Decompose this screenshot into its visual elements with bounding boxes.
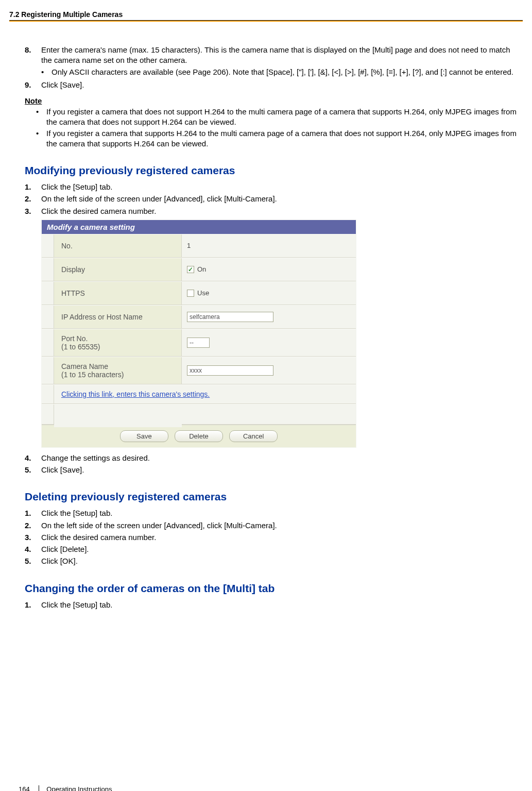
step-text: Click the [Setup] tab. bbox=[41, 508, 518, 518]
panel-title: Modify a camera setting bbox=[42, 220, 356, 234]
label-display: Display bbox=[54, 258, 182, 281]
row-indent bbox=[42, 357, 54, 384]
checkbox-display[interactable]: ✓ bbox=[187, 266, 194, 273]
step-text: Click [OK]. bbox=[41, 556, 518, 566]
step-text: Click the [Setup] tab. bbox=[41, 182, 518, 192]
step-8-bullet: • Only ASCII characters are available (s… bbox=[41, 67, 518, 77]
note-text: If you register a camera that does not s… bbox=[46, 107, 518, 128]
row-https: HTTPS Use bbox=[42, 281, 356, 305]
row-link: Clicking this link, enters this camera's… bbox=[42, 384, 356, 404]
step-9: 9. Click [Save]. bbox=[25, 80, 518, 90]
page-footer: 164 Operating Instructions bbox=[19, 785, 112, 791]
section-title-deleting: Deleting previously registered cameras bbox=[25, 491, 518, 503]
label-name-line1: Camera Name bbox=[61, 362, 176, 371]
save-button[interactable]: Save bbox=[120, 430, 168, 442]
input-ip[interactable] bbox=[187, 312, 273, 322]
delete-button[interactable]: Delete bbox=[175, 430, 223, 442]
bullet-dot-icon: • bbox=[36, 107, 40, 128]
step-number: 4. bbox=[25, 544, 36, 554]
panel-footer: Save Delete Cancel bbox=[42, 425, 356, 447]
note-heading: Note bbox=[25, 96, 518, 105]
row-indent bbox=[42, 329, 54, 356]
step-text: Click the [Setup] tab. bbox=[41, 600, 518, 610]
step-text: Enter the camera's name (max. 15 charact… bbox=[41, 45, 510, 64]
delete-steps: 1.Click the [Setup] tab. 2.On the left s… bbox=[25, 508, 518, 566]
step-number: 2. bbox=[25, 520, 36, 531]
step-text: Click [Delete]. bbox=[41, 544, 518, 554]
row-display: Display ✓ On bbox=[42, 258, 356, 281]
bullet-dot-icon: • bbox=[41, 67, 46, 77]
step-text: Click [Save]. bbox=[41, 465, 518, 475]
label-https: HTTPS bbox=[54, 282, 182, 305]
label-port-line1: Port No. bbox=[61, 334, 176, 343]
page-header-text: 7.2 Registering Multiple Cameras bbox=[9, 10, 523, 19]
row-indent bbox=[42, 306, 54, 328]
row-indent bbox=[42, 234, 54, 257]
input-port[interactable] bbox=[187, 338, 210, 348]
steps-continued: 8. Enter the camera's name (max. 15 char… bbox=[25, 45, 518, 90]
row-spacer bbox=[42, 404, 356, 425]
step-number: 5. bbox=[25, 556, 36, 566]
input-camera-name[interactable] bbox=[187, 365, 273, 376]
cancel-button[interactable]: Cancel bbox=[229, 430, 278, 442]
value-no: 1 bbox=[182, 234, 356, 257]
row-indent bbox=[42, 385, 54, 403]
section-title-modify: Modifying previously registered cameras bbox=[25, 164, 518, 177]
step-number: 3. bbox=[25, 532, 36, 543]
page-number: 164 bbox=[19, 785, 30, 791]
checkbox-label-use: Use bbox=[197, 289, 209, 297]
label-port-line2: (1 to 65535) bbox=[61, 343, 176, 351]
checkbox-label-on: On bbox=[197, 265, 206, 273]
step-number: 5. bbox=[25, 465, 36, 475]
step-text: On the left side of the screen under [Ad… bbox=[41, 520, 518, 531]
step-text: Click the desired camera number. bbox=[41, 206, 518, 216]
step-number: 2. bbox=[25, 194, 36, 204]
note-item: • If you register a camera that does not… bbox=[36, 107, 518, 128]
checkbox-https[interactable] bbox=[187, 290, 194, 297]
settings-link[interactable]: Clicking this link, enters this camera's… bbox=[54, 385, 356, 403]
step-text: Change the settings as desired. bbox=[41, 453, 518, 463]
note-item: • If you register a camera that supports… bbox=[36, 128, 518, 149]
step-number: 4. bbox=[25, 453, 36, 463]
label-ip: IP Address or Host Name bbox=[54, 306, 182, 328]
step-number: 1. bbox=[25, 182, 36, 192]
changing-steps: 1.Click the [Setup] tab. bbox=[25, 600, 518, 610]
row-indent bbox=[42, 405, 54, 424]
step-number: 9. bbox=[25, 80, 36, 90]
screenshot-panel: Modify a camera setting No. 1 Display ✓ … bbox=[41, 220, 356, 448]
bullet-dot-icon: • bbox=[36, 128, 40, 149]
header-rule bbox=[9, 20, 523, 22]
note-list: • If you register a camera that does not… bbox=[36, 107, 518, 149]
step-text: On the left side of the screen under [Ad… bbox=[41, 194, 518, 204]
row-indent bbox=[42, 282, 54, 305]
row-camera-name: Camera Name (1 to 15 characters) bbox=[42, 357, 356, 384]
label-no: No. bbox=[54, 234, 182, 257]
step-8: 8. Enter the camera's name (max. 15 char… bbox=[25, 45, 518, 78]
step-number: 8. bbox=[25, 45, 36, 78]
step-number: 1. bbox=[25, 508, 36, 518]
modify-steps: 1.Click the [Setup] tab. 2.On the left s… bbox=[25, 182, 518, 216]
row-port: Port No. (1 to 65535) bbox=[42, 329, 356, 357]
note-text: If you register a camera that supports H… bbox=[46, 128, 518, 149]
row-no: No. 1 bbox=[42, 234, 356, 258]
modify-steps-after: 4.Change the settings as desired. 5.Clic… bbox=[25, 453, 518, 476]
row-ip: IP Address or Host Name bbox=[42, 305, 356, 329]
doc-label: Operating Instructions bbox=[39, 785, 112, 791]
bullet-text: Only ASCII characters are available (see… bbox=[52, 67, 513, 77]
step-text: Click [Save]. bbox=[41, 80, 518, 90]
step-text: Click the desired camera number. bbox=[41, 532, 518, 543]
section-title-changing: Changing the order of cameras on the [Mu… bbox=[25, 582, 518, 595]
step-number: 3. bbox=[25, 206, 36, 216]
row-indent bbox=[42, 258, 54, 281]
label-name-line2: (1 to 15 characters) bbox=[61, 371, 176, 379]
step-number: 1. bbox=[25, 600, 36, 610]
